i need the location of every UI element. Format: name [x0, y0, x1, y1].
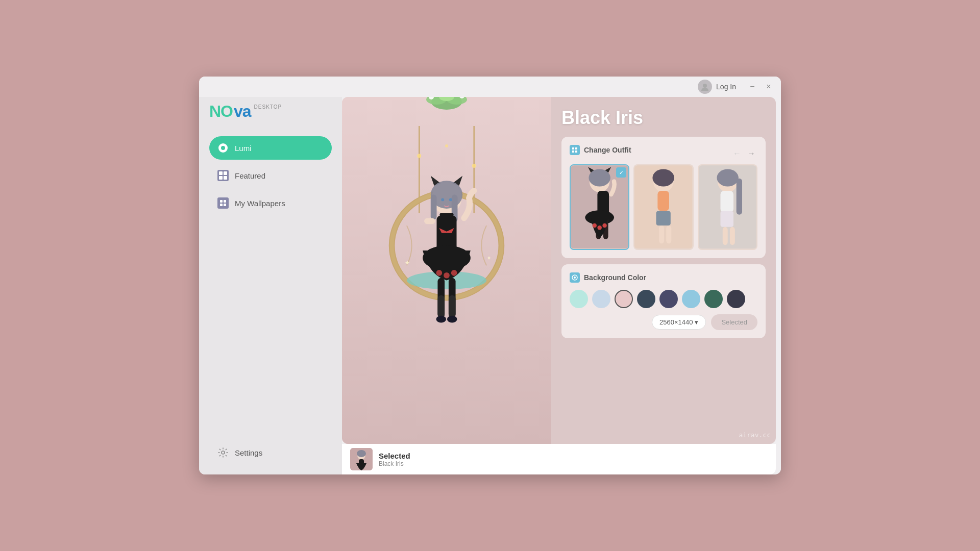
svg-rect-4	[224, 204, 226, 206]
svg-point-71	[717, 169, 739, 186]
character-swing-svg: ✦ ✦ ✦	[342, 97, 551, 444]
svg-rect-41	[437, 295, 445, 318]
outfit-nav-arrows: ← →	[731, 147, 757, 160]
logo-desktop: DESKTOP	[254, 104, 282, 110]
selected-info: Selected Black Iris	[379, 452, 410, 467]
svg-point-31	[449, 198, 452, 201]
minimize-button[interactable]: −	[746, 81, 758, 93]
svg-rect-67	[659, 226, 664, 243]
svg-rect-74	[720, 211, 733, 227]
change-outfit-header: Change Outfit ← →	[570, 145, 757, 162]
svg-point-35	[436, 270, 443, 276]
character-preview: ✦ ✦ ✦	[342, 97, 551, 444]
change-outfit-section-title: Change Outfit	[570, 145, 631, 155]
svg-rect-73	[720, 191, 733, 213]
sidebar-item-my-wallpapers[interactable]: My Wallpapers	[209, 191, 332, 215]
bg-color-label: Background Color	[584, 273, 646, 282]
outfit-selected-check: ✓	[616, 167, 626, 178]
svg-point-53	[589, 169, 610, 186]
svg-point-81	[357, 450, 366, 457]
sidebar-bottom: Settings	[209, 441, 332, 464]
svg-text:✦: ✦	[486, 255, 492, 261]
outfit-preview-white	[699, 165, 756, 249]
watermark: airav.cc	[739, 431, 771, 439]
svg-point-64	[653, 169, 674, 186]
color-swatch-mint[interactable]	[570, 290, 588, 308]
bottom-controls: 2560×1440 ▾ Selected	[570, 314, 757, 330]
wallpapers-icon	[217, 197, 229, 209]
svg-rect-2	[224, 200, 226, 203]
svg-point-60	[597, 226, 601, 230]
svg-point-78	[574, 277, 576, 279]
svg-point-5	[222, 451, 225, 454]
outfit-thumb-peach[interactable]	[633, 164, 693, 250]
color-swatch-dark-purple[interactable]	[659, 290, 678, 308]
main-layout: NO va DESKTOP Lumi	[199, 77, 781, 474]
selected-button: Selected	[711, 314, 757, 330]
outfit-preview-peach	[634, 165, 692, 249]
logo-area: NO va DESKTOP	[209, 102, 332, 121]
svg-rect-68	[667, 226, 672, 243]
outfit-preview-black-iris	[571, 165, 628, 249]
svg-point-16	[472, 164, 476, 168]
resolution-value: 2560×1440	[659, 318, 693, 326]
login-area: Log In	[698, 80, 736, 94]
color-swatch-dark-blue[interactable]	[637, 290, 655, 308]
sidebar-wallpapers-label: My Wallpapers	[235, 199, 285, 208]
change-outfit-icon	[570, 145, 580, 155]
selected-thumb-image	[350, 448, 373, 470]
color-swatch-forest-green[interactable]	[704, 290, 723, 308]
resolution-dropdown-arrow: ▾	[695, 318, 698, 326]
sidebar: NO va DESKTOP Lumi	[199, 77, 342, 474]
outfit-thumb-black-iris[interactable]: ✓	[570, 164, 629, 250]
plant-decoration-icon	[416, 97, 477, 133]
svg-point-17	[445, 144, 448, 147]
login-avatar-icon	[698, 80, 712, 94]
outfit-next-button[interactable]: →	[745, 147, 757, 160]
resolution-select[interactable]: 2560×1440 ▾	[652, 315, 706, 330]
sidebar-featured-label: Featured	[235, 171, 265, 180]
color-swatch-blush[interactable]	[615, 290, 633, 308]
color-swatch-light-blue[interactable]	[592, 290, 610, 308]
content-area: ✦ ✦ ✦	[342, 97, 776, 444]
login-label[interactable]: Log In	[716, 83, 736, 91]
svg-point-0	[703, 84, 707, 88]
bottom-bar: Selected Black Iris	[342, 444, 776, 474]
sidebar-item-featured[interactable]: Featured	[209, 164, 332, 187]
app-logo: NO va DESKTOP	[209, 102, 282, 121]
svg-rect-28	[431, 195, 437, 220]
bg-color-icon	[570, 272, 580, 283]
svg-rect-1	[220, 200, 223, 203]
svg-rect-66	[656, 211, 671, 226]
color-swatches	[570, 290, 757, 308]
svg-point-59	[592, 223, 596, 228]
svg-point-36	[444, 272, 450, 279]
outfit-thumb-white[interactable]	[698, 164, 757, 250]
svg-point-37	[451, 270, 457, 276]
svg-rect-45	[572, 147, 574, 149]
outfit-prev-button[interactable]: ←	[731, 147, 743, 160]
svg-rect-46	[575, 147, 577, 149]
svg-rect-38	[424, 218, 435, 224]
svg-rect-72	[736, 179, 742, 215]
settings-item[interactable]: Settings	[209, 441, 332, 464]
color-swatch-charcoal[interactable]	[727, 290, 745, 308]
svg-point-61	[602, 223, 606, 228]
logo-va: va	[234, 102, 251, 121]
svg-point-30	[441, 198, 444, 201]
title-bar: Log In − ×	[199, 77, 781, 97]
sidebar-lumi-label: Lumi	[235, 144, 252, 153]
close-button[interactable]: ×	[763, 81, 775, 93]
svg-rect-42	[449, 295, 456, 318]
svg-rect-3	[220, 204, 223, 206]
bg-color-section-title: Background Color	[570, 272, 757, 283]
outfit-grid: ✓	[570, 164, 757, 250]
sidebar-item-lumi[interactable]: Lumi	[209, 136, 332, 160]
main-content: ✦ ✦ ✦	[342, 77, 781, 474]
change-outfit-card: Change Outfit ← →	[561, 137, 766, 258]
svg-rect-65	[658, 191, 670, 211]
svg-point-44	[447, 316, 457, 323]
window-controls: − ×	[746, 81, 775, 93]
color-swatch-sky-blue[interactable]	[682, 290, 700, 308]
settings-gear-icon	[217, 447, 229, 458]
